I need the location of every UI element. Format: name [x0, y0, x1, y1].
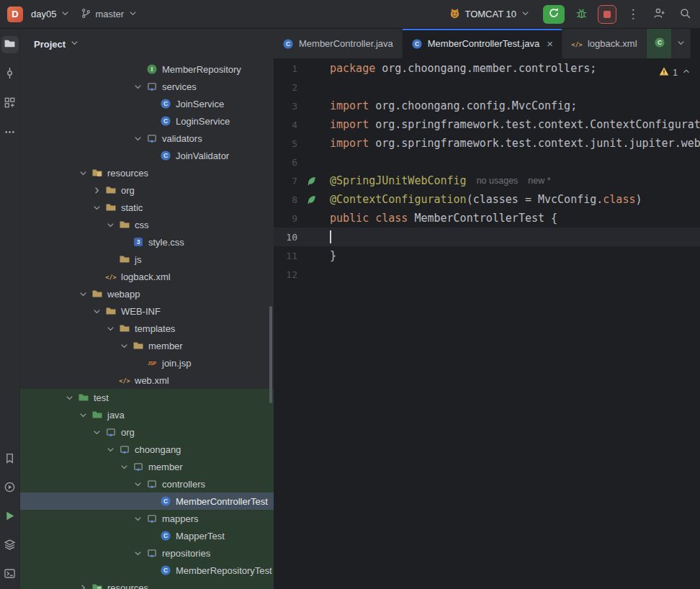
code-line-3[interactable]: 3import org.choongang.config.MvcConfig; [274, 96, 700, 115]
tool-window-button-services[interactable] [1, 480, 19, 497]
tree-item-mappertest[interactable]: CMapperTest [20, 527, 274, 544]
code-line-2[interactable]: 2 [274, 78, 700, 96]
twisty-spacer [91, 271, 105, 282]
tree-item-mappers[interactable]: mappers [20, 510, 274, 527]
search-everywhere-button[interactable] [676, 5, 694, 24]
chevron-down-icon[interactable] [91, 202, 105, 213]
tree-item-memberrepositorytest[interactable]: CMemberRepositoryTest [20, 562, 274, 579]
code-line-1[interactable]: 1package org.choongang.member.controller… [274, 59, 700, 78]
chevron-down-icon[interactable] [64, 392, 78, 403]
tree-item-static[interactable]: static [20, 199, 274, 216]
tree-item-templates[interactable]: templates [20, 320, 274, 337]
tree-scrollbar[interactable] [269, 306, 272, 403]
tool-window-button-build[interactable] [1, 537, 19, 554]
chevron-down-icon[interactable] [119, 340, 133, 351]
tool-window-button-more-tool-windows[interactable] [1, 125, 19, 142]
tree-item-joinvalidator[interactable]: CJoinValidator [20, 147, 274, 164]
branch-selector[interactable]: master [76, 5, 143, 24]
code-line-7[interactable]: 7@SpringJUnitWebConfigno usagesnew * [274, 171, 700, 190]
project-panel-header[interactable]: Project [20, 29, 274, 59]
chevron-down-icon[interactable] [91, 426, 105, 438]
more-actions-button[interactable]: ⋮ [624, 5, 642, 24]
chevron-down-icon[interactable] [133, 478, 146, 490]
spring-bean-gutter-icon[interactable] [297, 176, 330, 186]
overflow-tab[interactable]: C [647, 29, 671, 58]
chevron-down-icon[interactable] [105, 444, 119, 455]
tree-item-webapp[interactable]: webapp [20, 285, 274, 302]
debug-button[interactable] [572, 5, 591, 24]
line-number: 3 [274, 101, 297, 112]
tree-item-web-inf[interactable]: WEB-INF [20, 302, 274, 320]
chevron-down-icon[interactable] [133, 513, 146, 524]
tree-item-loginservice[interactable]: CLoginService [20, 112, 274, 130]
tree-item-org[interactable]: org [20, 423, 274, 441]
run-configuration-selector[interactable]: TOMCAT 10 [444, 4, 536, 24]
code-editor[interactable]: 1package org.choongang.member.controller… [274, 59, 700, 284]
chevron-down-icon[interactable] [78, 409, 91, 421]
tool-window-button-terminal[interactable] [1, 566, 19, 583]
code-text: @SpringJUnitWebConfigno usagesnew * [330, 174, 551, 187]
tree-item-validators[interactable]: validators [20, 130, 274, 147]
tool-window-button-run[interactable] [1, 508, 19, 526]
chevron-down-icon[interactable] [119, 461, 133, 472]
chevron-down-icon[interactable] [133, 81, 146, 92]
tree-item-joinservice[interactable]: CJoinService [20, 95, 274, 112]
chevron-right-icon[interactable] [91, 184, 105, 196]
tree-item-css[interactable]: css [20, 216, 274, 233]
chevron-down-icon[interactable] [105, 219, 119, 230]
tree-item-test[interactable]: test [20, 389, 274, 406]
close-tab-icon[interactable]: × [547, 38, 553, 49]
tree-item-java[interactable]: java [20, 406, 274, 423]
chevron-down-icon[interactable] [78, 288, 91, 300]
project-selector[interactable]: day05 [26, 5, 76, 24]
tree-item-resources[interactable]: resources [20, 579, 274, 589]
chevron-down-icon[interactable] [78, 167, 91, 179]
commit-icon [4, 67, 16, 81]
tree-item-membercontrollertest[interactable]: CMemberControllerTest [20, 493, 274, 510]
inspection-widget[interactable]: 1 [656, 65, 694, 80]
hidden-tabs-button[interactable] [671, 29, 690, 58]
code-with-me-button[interactable] [650, 5, 668, 24]
tree-item-services[interactable]: services [20, 78, 274, 95]
chevron-right-icon[interactable] [78, 582, 91, 589]
package-icon [146, 513, 158, 524]
tree-item-member[interactable]: member [20, 337, 274, 354]
tree-item-memberrepository[interactable]: IMemberRepository [20, 60, 274, 78]
code-line-10[interactable]: 10 [274, 228, 700, 246]
tool-window-button-structure[interactable] [1, 95, 19, 112]
spring-bean-gutter-icon[interactable] [297, 194, 330, 205]
tree-item-repositories[interactable]: repositories [20, 544, 274, 562]
editor-tab-logback-xml[interactable]: </>logback.xml [562, 29, 647, 58]
tool-window-button-project[interactable] [1, 36, 19, 53]
chevron-down-icon[interactable] [133, 547, 146, 559]
stop-button[interactable] [598, 5, 616, 24]
chevron-down-icon[interactable] [105, 323, 119, 334]
code-line-6[interactable]: 6 [274, 153, 700, 171]
code-line-11[interactable]: 11} [274, 246, 700, 265]
class-icon: C [160, 495, 171, 507]
class-icon: C [160, 150, 171, 161]
tree-item-join-jsp[interactable]: JSPjoin.jsp [20, 354, 274, 372]
tree-item-controllers[interactable]: controllers [20, 475, 274, 493]
tree-item-choongang[interactable]: choongang [20, 441, 274, 458]
chevron-down-icon[interactable] [91, 305, 105, 317]
tree-item-js[interactable]: js [20, 251, 274, 268]
tool-window-button-bookmarks[interactable] [1, 451, 19, 468]
code-line-9[interactable]: 9public class MemberControllerTest { [274, 209, 700, 228]
code-line-5[interactable]: 5import org.springframework.test.context… [274, 134, 700, 153]
tab-bar-edge [690, 29, 700, 58]
editor-tab-membercontroller-java[interactable]: CMemberController.java [274, 29, 403, 58]
tree-item-logback-xml[interactable]: </>logback.xml [20, 268, 274, 285]
tree-item-member[interactable]: member [20, 458, 274, 475]
editor-tab-membercontrollertest-java[interactable]: CMemberControllerTest.java× [403, 29, 562, 58]
code-line-8[interactable]: 8@ContextConfiguration(classes = MvcConf… [274, 190, 700, 209]
tree-item-org[interactable]: org [20, 181, 274, 199]
code-line-4[interactable]: 4import org.springframework.test.context… [274, 115, 700, 134]
tree-item-style-css[interactable]: 3style.css [20, 233, 274, 251]
chevron-down-icon[interactable] [133, 132, 146, 144]
code-line-12[interactable]: 12 [274, 265, 700, 284]
tree-item-web-xml[interactable]: </>web.xml [20, 372, 274, 389]
tree-item-resources[interactable]: resources [20, 164, 274, 181]
rerun-button[interactable] [543, 5, 565, 24]
tool-window-button-commit[interactable] [1, 66, 19, 83]
